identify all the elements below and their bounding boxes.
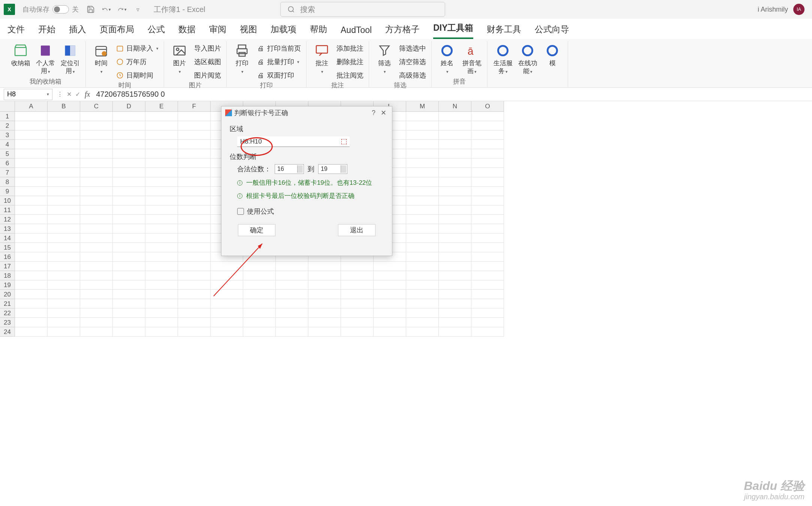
cell[interactable] <box>471 224 504 234</box>
cell[interactable] <box>276 327 308 337</box>
cell[interactable] <box>80 130 113 140</box>
cell[interactable] <box>80 327 113 337</box>
cell[interactable] <box>471 121 504 130</box>
cell[interactable] <box>113 271 145 280</box>
cell[interactable] <box>178 280 211 290</box>
tab-data[interactable]: 数据 <box>178 24 196 39</box>
cell[interactable] <box>211 318 243 327</box>
cell[interactable] <box>439 168 471 177</box>
tab-file[interactable]: 文件 <box>7 24 25 39</box>
cell[interactable] <box>243 318 276 327</box>
cell[interactable] <box>80 318 113 327</box>
cell[interactable] <box>341 271 374 280</box>
cell[interactable] <box>276 280 308 290</box>
row-header[interactable]: 19 <box>0 280 15 290</box>
calendar-button[interactable]: 万年历 <box>114 56 160 67</box>
cell[interactable] <box>439 308 471 318</box>
cell[interactable] <box>406 121 439 130</box>
cell[interactable] <box>178 318 211 327</box>
tab-view[interactable]: 视图 <box>240 24 257 39</box>
cell[interactable] <box>178 243 211 252</box>
cell[interactable] <box>178 262 211 271</box>
cell[interactable] <box>48 327 80 337</box>
picture-button[interactable]: 图片▾ <box>168 41 191 75</box>
cell[interactable] <box>471 327 504 337</box>
cell[interactable] <box>439 280 471 290</box>
cell[interactable] <box>439 271 471 280</box>
cell[interactable] <box>211 299 243 308</box>
cell[interactable] <box>308 299 341 308</box>
cell[interactable] <box>80 299 113 308</box>
cell[interactable] <box>145 308 178 318</box>
cell[interactable] <box>48 262 80 271</box>
cell[interactable] <box>80 234 113 243</box>
row-header[interactable]: 18 <box>0 271 15 280</box>
cell[interactable] <box>80 177 113 187</box>
cell[interactable] <box>15 112 48 121</box>
cell[interactable] <box>439 262 471 271</box>
cell[interactable] <box>15 121 48 130</box>
cell[interactable] <box>439 318 471 327</box>
cell[interactable] <box>145 205 178 215</box>
undo-icon[interactable]: ▾ <box>102 5 111 14</box>
redo-icon[interactable]: ▾ <box>118 5 127 14</box>
cell[interactable] <box>80 271 113 280</box>
cell[interactable] <box>374 262 406 271</box>
print-button[interactable]: 打印▾ <box>230 41 254 75</box>
row-header[interactable]: 16 <box>0 252 15 262</box>
row-header[interactable]: 10 <box>0 196 15 205</box>
cell[interactable] <box>113 290 145 299</box>
row-header[interactable]: 7 <box>0 168 15 177</box>
cell[interactable] <box>211 280 243 290</box>
cell[interactable] <box>406 299 439 308</box>
cell[interactable] <box>48 318 80 327</box>
cell[interactable] <box>145 187 178 196</box>
cell[interactable] <box>80 280 113 290</box>
cell[interactable] <box>80 205 113 215</box>
pinyin-stroke-button[interactable]: ā拼音笔画▾ <box>460 41 483 75</box>
cell[interactable] <box>145 262 178 271</box>
cell[interactable] <box>48 280 80 290</box>
cell[interactable] <box>178 112 211 121</box>
cell[interactable] <box>113 327 145 337</box>
cell[interactable] <box>406 262 439 271</box>
cell[interactable] <box>145 159 178 168</box>
cell[interactable] <box>80 308 113 318</box>
storage-box-button[interactable]: 收纳箱 <box>9 41 32 67</box>
cell[interactable] <box>80 187 113 196</box>
column-header[interactable]: A <box>15 101 48 112</box>
cell[interactable] <box>15 159 48 168</box>
cell[interactable] <box>341 262 374 271</box>
cell[interactable] <box>80 262 113 271</box>
cell[interactable] <box>406 243 439 252</box>
cell[interactable] <box>178 252 211 262</box>
cell[interactable] <box>406 140 439 149</box>
cell[interactable] <box>211 271 243 280</box>
cell[interactable] <box>15 177 48 187</box>
cell[interactable] <box>178 299 211 308</box>
cell[interactable] <box>406 196 439 205</box>
cell[interactable] <box>471 234 504 243</box>
cell[interactable] <box>471 243 504 252</box>
cell[interactable] <box>178 205 211 215</box>
cell[interactable] <box>145 280 178 290</box>
row-header[interactable]: 8 <box>0 177 15 187</box>
cell[interactable] <box>471 149 504 159</box>
cell[interactable] <box>15 196 48 205</box>
cell[interactable] <box>15 308 48 318</box>
row-header[interactable]: 3 <box>0 130 15 140</box>
cell[interactable] <box>15 318 48 327</box>
cell[interactable] <box>145 168 178 177</box>
select-all-corner[interactable] <box>0 101 15 112</box>
row-header[interactable]: 22 <box>0 308 15 318</box>
cell[interactable] <box>178 177 211 187</box>
cell[interactable] <box>471 252 504 262</box>
cell[interactable] <box>113 308 145 318</box>
cell[interactable] <box>48 112 80 121</box>
life-service-button[interactable]: 生活服务▾ <box>491 41 514 75</box>
tab-formulas[interactable]: 公式 <box>148 24 165 39</box>
cell[interactable] <box>341 290 374 299</box>
cell[interactable] <box>406 130 439 140</box>
cell[interactable] <box>48 243 80 252</box>
cell[interactable] <box>178 196 211 205</box>
